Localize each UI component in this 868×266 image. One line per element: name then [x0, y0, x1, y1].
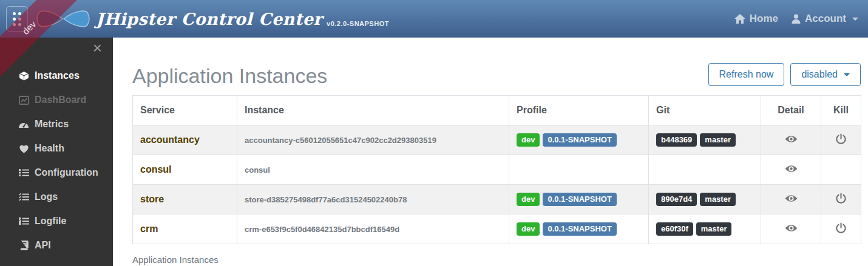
- sidebar: × Instances DashBoard Metrics Health Con…: [0, 38, 113, 266]
- sidebar-item-logs[interactable]: Logs: [0, 185, 113, 209]
- table-row: consulconsul: [133, 155, 861, 185]
- brand-title: JHipster Control Centerv0.2.0-SNAPSHOT: [96, 10, 389, 28]
- grip-icon: [13, 12, 21, 26]
- instance-id: consul: [245, 165, 270, 175]
- page-title: Application Instances: [132, 65, 327, 87]
- git-commit-badge: e60f30f: [656, 222, 693, 236]
- service-name-link[interactable]: crm: [140, 224, 158, 234]
- main-content: Application Instances Refresh now disabl…: [113, 38, 868, 266]
- sidebar-item-api[interactable]: API: [0, 233, 113, 258]
- brand-version: v0.2.0-SNAPSHOT: [327, 20, 389, 27]
- detail-eye-button[interactable]: [785, 224, 798, 233]
- sidebar-item-health[interactable]: Health: [0, 136, 113, 161]
- chevron-down-icon: [852, 18, 858, 21]
- service-name-link[interactable]: accountancy: [140, 135, 200, 145]
- version-badge: 0.0.1-SNAPSHOT: [543, 222, 616, 236]
- column-header-instance: Instance: [237, 96, 509, 125]
- sidebar-item-logfile[interactable]: Logfile: [0, 209, 113, 233]
- git-branch-badge: master: [700, 193, 736, 206]
- sidebar-menu: Instances DashBoard Metrics Health Confi…: [0, 64, 113, 258]
- gauge-icon: [18, 119, 29, 130]
- instances-table: ServiceInstanceProfileGitDetailKill acco…: [132, 95, 861, 244]
- sidebar-item-configuration[interactable]: Configuration: [0, 161, 113, 185]
- column-header-profile: Profile: [509, 96, 649, 125]
- detail-eye-button[interactable]: [785, 164, 798, 173]
- service-name-link[interactable]: consul: [140, 164, 172, 175]
- instance-id: crm-e653f9c5f0d46842135d7bbcdf16549d: [245, 225, 399, 234]
- detail-eye-button[interactable]: [785, 194, 798, 203]
- refresh-rate-dropdown[interactable]: disabled: [790, 63, 861, 86]
- nav-account-dropdown[interactable]: Account: [792, 13, 858, 25]
- table-body: accountancyaccountancy-c56012055651c47c9…: [133, 125, 861, 244]
- column-header-service: Service: [133, 96, 237, 125]
- version-badge: 0.0.1-SNAPSHOT: [543, 193, 616, 206]
- table-footer-text: Application Instances: [132, 254, 861, 265]
- git-branch-badge: master: [696, 222, 732, 236]
- git-commit-badge: 890e7d4: [656, 193, 697, 206]
- home-icon: [734, 14, 745, 24]
- user-icon: [792, 14, 801, 24]
- table-header-row: ServiceInstanceProfileGitDetailKill: [133, 96, 861, 125]
- column-header-detail: Detail: [761, 96, 821, 125]
- git-branch-badge: master: [700, 133, 736, 147]
- cube-icon: [18, 71, 29, 81]
- table-row: storestore-d385275498df77a6cd31524502240…: [133, 185, 861, 214]
- detail-eye-button[interactable]: [785, 135, 798, 144]
- nav-home-link[interactable]: Home: [734, 13, 778, 25]
- sidebar-close-button[interactable]: ×: [93, 40, 102, 56]
- instance-id: accountancy-c56012055651c47c902cc2d29380…: [245, 136, 436, 145]
- sidebar-item-dashboard[interactable]: DashBoard: [0, 88, 113, 112]
- version-badge: 0.0.1-SNAPSHOT: [543, 133, 616, 147]
- tasks-icon: [18, 192, 29, 202]
- logfile-icon: [18, 216, 29, 227]
- list-icon: [18, 168, 29, 178]
- kill-power-button[interactable]: [835, 222, 847, 234]
- column-header-git: Git: [649, 96, 761, 125]
- heart-icon: [18, 144, 29, 154]
- sidebar-item-instances[interactable]: Instances: [0, 64, 113, 88]
- chart-icon: [18, 95, 29, 105]
- table-row: accountancyaccountancy-c56012055651c47c9…: [133, 125, 861, 155]
- jhipster-bowtie-logo: [35, 5, 91, 32]
- refresh-now-button[interactable]: Refresh now: [708, 63, 785, 86]
- kill-power-button[interactable]: [835, 193, 847, 204]
- chevron-down-icon: [844, 73, 850, 76]
- book-icon: [18, 241, 29, 251]
- table-row: crmcrm-e653f9c5f0d46842135d7bbcdf16549dd…: [133, 214, 861, 244]
- column-header-kill: Kill: [821, 96, 861, 125]
- grip-menu-button[interactable]: [6, 6, 28, 32]
- instance-id: store-d385275498df77a6cd31524502240b78: [245, 195, 407, 204]
- service-name-link[interactable]: store: [140, 194, 164, 204]
- sidebar-item-metrics[interactable]: Metrics: [0, 112, 113, 136]
- profile-badge: dev: [517, 222, 540, 236]
- top-navbar: JHipster Control Centerv0.2.0-SNAPSHOT H…: [0, 0, 868, 38]
- kill-power-button[interactable]: [835, 133, 847, 145]
- profile-badge: dev: [517, 133, 540, 147]
- profile-badge: dev: [517, 193, 540, 206]
- git-commit-badge: b448369: [656, 133, 697, 147]
